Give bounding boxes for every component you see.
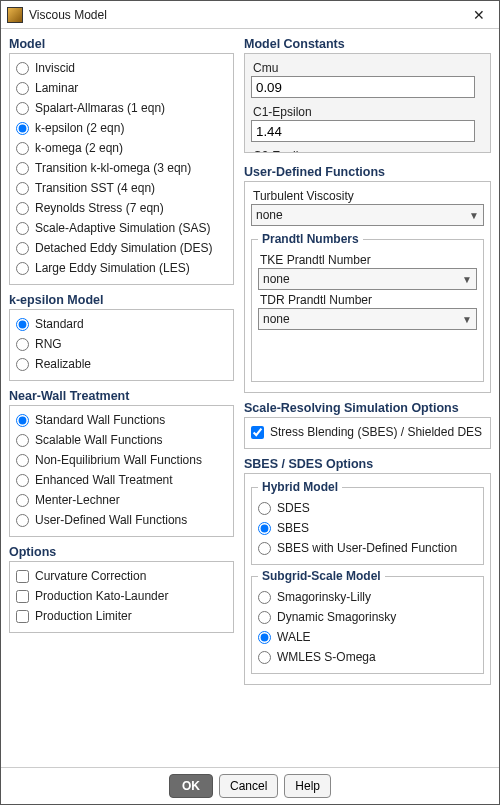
hybrid-radio-sdes[interactable] xyxy=(258,502,271,515)
near-wall-option-menter-lechner[interactable]: Menter-Lechner xyxy=(16,490,227,510)
hybrid-option-sdes[interactable]: SDES xyxy=(258,498,477,518)
near-wall-radio-user-defined-wall-functions[interactable] xyxy=(16,514,29,527)
model-radio-scale-adaptive-simulation-sas[interactable] xyxy=(16,222,29,235)
hybrid-radio-sbes[interactable] xyxy=(258,522,271,535)
prandtl-group: Prandtl Numbers TKE Prandtl Number none … xyxy=(251,232,484,382)
near-wall-option-scalable-wall-functions[interactable]: Scalable Wall Functions xyxy=(16,430,227,450)
ke-model-radio-rng[interactable] xyxy=(16,338,29,351)
tdr-dropdown[interactable]: none ▼ xyxy=(258,308,477,330)
near-wall-option-enhanced-wall-treatment[interactable]: Enhanced Wall Treatment xyxy=(16,470,227,490)
constant-row-c1-epsilon: C1-Epsilon xyxy=(251,102,484,142)
constant-input-cmu[interactable] xyxy=(251,76,475,98)
cancel-button[interactable]: Cancel xyxy=(219,774,278,798)
sgs-group: Subgrid-Scale Model Smagorinsky-LillyDyn… xyxy=(251,569,484,674)
model-option-inviscid[interactable]: Inviscid xyxy=(16,58,227,78)
model-label: Scale-Adaptive Simulation (SAS) xyxy=(35,220,210,236)
hybrid-label: SBES with User-Defined Function xyxy=(277,540,457,556)
constants-heading: Model Constants xyxy=(244,37,491,51)
model-radio-k-epsilon-2-eqn[interactable] xyxy=(16,122,29,135)
model-option-spalart-allmaras-1-eqn[interactable]: Spalart-Allmaras (1 eqn) xyxy=(16,98,227,118)
model-option-detached-eddy-simulation-des[interactable]: Detached Eddy Simulation (DES) xyxy=(16,238,227,258)
ke-model-option-standard[interactable]: Standard xyxy=(16,314,227,334)
near-wall-option-standard-wall-functions[interactable]: Standard Wall Functions xyxy=(16,410,227,430)
model-label: Inviscid xyxy=(35,60,75,76)
sgs-label: Dynamic Smagorinsky xyxy=(277,609,396,625)
turb-visc-dropdown[interactable]: none ▼ xyxy=(251,204,484,226)
sgs-option-dynamic-smagorinsky[interactable]: Dynamic Smagorinsky xyxy=(258,607,477,627)
hybrid-radio-sbes-with-user-defined-function[interactable] xyxy=(258,542,271,555)
model-option-k-epsilon-2-eqn[interactable]: k-epsilon (2 eqn) xyxy=(16,118,227,138)
options-item-production-kato-launder[interactable]: Production Kato-Launder xyxy=(16,586,227,606)
ke-model-label: Realizable xyxy=(35,356,91,372)
sgs-radio-wmles-s-omega[interactable] xyxy=(258,651,271,664)
tke-dropdown[interactable]: none ▼ xyxy=(258,268,477,290)
sgs-label: Smagorinsky-Lilly xyxy=(277,589,371,605)
near-wall-option-user-defined-wall-functions[interactable]: User-Defined Wall Functions xyxy=(16,510,227,530)
sgs-option-wmles-s-omega[interactable]: WMLES S-Omega xyxy=(258,647,477,667)
constants-scroll[interactable]: CmuC1-EpsilonC2-Epsilon xyxy=(244,53,491,153)
near-wall-label: User-Defined Wall Functions xyxy=(35,512,187,528)
ke-model-option-realizable[interactable]: Realizable xyxy=(16,354,227,374)
model-option-laminar[interactable]: Laminar xyxy=(16,78,227,98)
hybrid-option-sbes-with-user-defined-function[interactable]: SBES with User-Defined Function xyxy=(258,538,477,558)
constant-input-c1-epsilon[interactable] xyxy=(251,120,475,142)
constant-label: Cmu xyxy=(253,61,482,75)
sgs-option-wale[interactable]: WALE xyxy=(258,627,477,647)
model-radio-laminar[interactable] xyxy=(16,82,29,95)
options-item-curvature-correction[interactable]: Curvature Correction xyxy=(16,566,227,586)
ke-model-option-rng[interactable]: RNG xyxy=(16,334,227,354)
model-option-reynolds-stress-7-eqn[interactable]: Reynolds Stress (7 eqn) xyxy=(16,198,227,218)
content: Model InviscidLaminarSpalart-Allmaras (1… xyxy=(1,29,499,767)
options-checkbox-production-kato-launder[interactable] xyxy=(16,590,29,603)
tdr-label: TDR Prandtl Number xyxy=(260,293,475,307)
model-radio-spalart-allmaras-1-eqn[interactable] xyxy=(16,102,29,115)
near-wall-radio-scalable-wall-functions[interactable] xyxy=(16,434,29,447)
model-radio-detached-eddy-simulation-des[interactable] xyxy=(16,242,29,255)
near-wall-radio-menter-lechner[interactable] xyxy=(16,494,29,507)
near-wall-radio-non-equilibrium-wall-functions[interactable] xyxy=(16,454,29,467)
ok-button[interactable]: OK xyxy=(169,774,213,798)
srs-group: Stress Blending (SBES) / Shielded DES xyxy=(244,417,491,449)
options-item-production-limiter[interactable]: Production Limiter xyxy=(16,606,227,626)
options-label: Production Limiter xyxy=(35,608,132,624)
options-heading: Options xyxy=(9,545,234,559)
close-button[interactable]: ✕ xyxy=(465,5,493,25)
near-wall-radio-enhanced-wall-treatment[interactable] xyxy=(16,474,29,487)
hybrid-heading: Hybrid Model xyxy=(258,480,342,494)
left-column: Model InviscidLaminarSpalart-Allmaras (1… xyxy=(9,35,234,763)
near-wall-radio-standard-wall-functions[interactable] xyxy=(16,414,29,427)
sgs-radio-dynamic-smagorinsky[interactable] xyxy=(258,611,271,624)
model-label: Large Eddy Simulation (LES) xyxy=(35,260,190,276)
sbes-checkbox[interactable] xyxy=(251,426,264,439)
sbes-check-row[interactable]: Stress Blending (SBES) / Shielded DES xyxy=(251,422,484,442)
ke-model-radio-realizable[interactable] xyxy=(16,358,29,371)
model-option-transition-k-kl-omega-3-eqn[interactable]: Transition k-kl-omega (3 eqn) xyxy=(16,158,227,178)
near-wall-label: Enhanced Wall Treatment xyxy=(35,472,173,488)
near-wall-option-non-equilibrium-wall-functions[interactable]: Non-Equilibrium Wall Functions xyxy=(16,450,227,470)
options-checkbox-production-limiter[interactable] xyxy=(16,610,29,623)
model-option-k-omega-2-eqn[interactable]: k-omega (2 eqn) xyxy=(16,138,227,158)
sgs-option-smagorinsky-lilly[interactable]: Smagorinsky-Lilly xyxy=(258,587,477,607)
options-label: Curvature Correction xyxy=(35,568,146,584)
model-option-scale-adaptive-simulation-sas[interactable]: Scale-Adaptive Simulation (SAS) xyxy=(16,218,227,238)
help-button[interactable]: Help xyxy=(284,774,331,798)
sgs-radio-wale[interactable] xyxy=(258,631,271,644)
model-radio-k-omega-2-eqn[interactable] xyxy=(16,142,29,155)
model-radio-inviscid[interactable] xyxy=(16,62,29,75)
model-radio-reynolds-stress-7-eqn[interactable] xyxy=(16,202,29,215)
hybrid-label: SBES xyxy=(277,520,309,536)
options-checkbox-curvature-correction[interactable] xyxy=(16,570,29,583)
model-option-large-eddy-simulation-les[interactable]: Large Eddy Simulation (LES) xyxy=(16,258,227,278)
close-icon: ✕ xyxy=(473,7,485,23)
options-group: Curvature CorrectionProduction Kato-Laun… xyxy=(9,561,234,633)
srs-heading: Scale-Resolving Simulation Options xyxy=(244,401,491,415)
sbes-group: Hybrid Model SDESSBESSBES with User-Defi… xyxy=(244,473,491,685)
model-radio-transition-sst-4-eqn[interactable] xyxy=(16,182,29,195)
ke-model-radio-standard[interactable] xyxy=(16,318,29,331)
model-radio-large-eddy-simulation-les[interactable] xyxy=(16,262,29,275)
sgs-radio-smagorinsky-lilly[interactable] xyxy=(258,591,271,604)
hybrid-option-sbes[interactable]: SBES xyxy=(258,518,477,538)
model-radio-transition-k-kl-omega-3-eqn[interactable] xyxy=(16,162,29,175)
ke-model-label: RNG xyxy=(35,336,62,352)
model-option-transition-sst-4-eqn[interactable]: Transition SST (4 eqn) xyxy=(16,178,227,198)
